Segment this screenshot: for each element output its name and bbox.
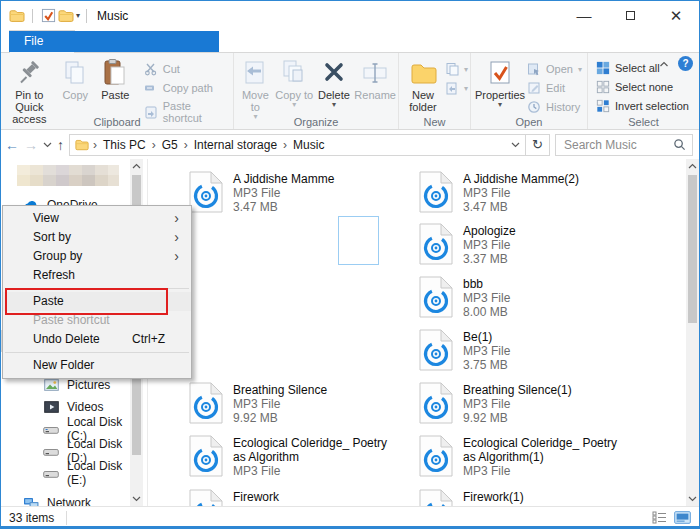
open-small-buttons: Open ▾ Edit bbox=[527, 56, 582, 114]
close-button[interactable]: ✕ bbox=[653, 1, 699, 30]
refresh-button[interactable]: ↻ bbox=[526, 134, 550, 156]
menu-label: View bbox=[33, 209, 59, 228]
maximize-button[interactable] bbox=[607, 1, 653, 30]
qat-customize-chevron-icon[interactable]: ▾ bbox=[76, 11, 80, 20]
menu-item-sort-by[interactable]: Sort by › bbox=[3, 228, 191, 247]
sidebar-item-local-disk-e[interactable]: Local Disk (E:) bbox=[1, 462, 130, 484]
file-size: 9.92 MB bbox=[233, 411, 391, 425]
mp3-file-icon bbox=[189, 382, 223, 424]
paste-button[interactable]: Paste bbox=[95, 56, 136, 101]
file-list-scrollbar[interactable] bbox=[686, 159, 699, 506]
sidebar-item-network[interactable]: Network bbox=[1, 492, 130, 506]
file-item[interactable]: A Jiddishe Mamme(2) MP3 File 3.47 MB bbox=[419, 171, 629, 214]
details-view-icon[interactable] bbox=[652, 511, 667, 524]
breadcrumb-this-pc[interactable]: This PC bbox=[101, 138, 148, 152]
submenu-chevron-icon: › bbox=[174, 229, 179, 246]
search-box[interactable] bbox=[555, 134, 693, 156]
move-to-button[interactable]: Move to ▾ bbox=[236, 56, 275, 120]
invert-selection-label: Invert selection bbox=[615, 100, 689, 112]
title-bar: ▾ Music — ✕ bbox=[1, 1, 699, 30]
menu-item-new-folder[interactable]: New Folder bbox=[3, 356, 191, 375]
menu-item-paste-shortcut[interactable]: Paste shortcut bbox=[3, 311, 191, 330]
up-button[interactable]: ↑ bbox=[57, 138, 64, 152]
search-input[interactable] bbox=[562, 137, 669, 153]
file-item[interactable]: Firework(1) MP3 File bbox=[419, 489, 629, 506]
file-item[interactable]: Ecological Coleridge_ Poetry as Algorith… bbox=[419, 435, 629, 478]
file-item[interactable]: A Jiddishe Mamme MP3 File 3.47 MB bbox=[189, 171, 399, 214]
new-folder-button[interactable]: New folder bbox=[401, 56, 445, 113]
new-item-button[interactable]: ▾ bbox=[445, 62, 468, 76]
pin-to-quick-access-button[interactable]: Pin to Quick access bbox=[3, 56, 56, 125]
breadcrumb-internal-storage[interactable]: Internal storage bbox=[192, 138, 279, 152]
file-item[interactable]: bbb MP3 File 8.00 MB bbox=[419, 276, 629, 319]
scroll-down-icon[interactable] bbox=[686, 492, 699, 506]
file-item[interactable]: Ecological Coleridge_ Poetry as Algorith… bbox=[189, 435, 399, 478]
ribbon-extras: ? bbox=[659, 56, 693, 71]
minimize-button[interactable]: — bbox=[561, 1, 607, 30]
new-small-buttons: ▾ ▾ bbox=[445, 56, 468, 95]
qat-new-folder-icon[interactable] bbox=[57, 7, 75, 25]
search-icon[interactable] bbox=[673, 138, 686, 151]
tab-file[interactable]: File bbox=[9, 31, 219, 52]
help-icon[interactable]: ? bbox=[678, 56, 693, 71]
copy-button[interactable]: Copy bbox=[56, 56, 95, 101]
scrollbar-thumb[interactable] bbox=[688, 175, 697, 323]
file-item[interactable]: Breathing Silence MP3 File 9.92 MB bbox=[189, 382, 399, 425]
qat-properties-icon[interactable] bbox=[39, 7, 57, 25]
file-size: 3.47 MB bbox=[463, 200, 621, 214]
qat-divider bbox=[86, 9, 87, 23]
file-item[interactable]: Breathing Silence(1) MP3 File 9.92 MB bbox=[419, 382, 629, 425]
scroll-down-icon[interactable] bbox=[130, 492, 143, 506]
scroll-up-icon[interactable] bbox=[686, 159, 699, 173]
copy-to-button[interactable]: Copy to ▾ bbox=[275, 56, 314, 108]
file-type: MP3 File bbox=[463, 504, 621, 506]
recent-locations-chevron-icon[interactable] bbox=[43, 142, 52, 148]
menu-item-undo-delete[interactable]: Undo Delete Ctrl+Z bbox=[3, 330, 191, 349]
breadcrumb[interactable]: › This PC › G5 › Internal storage › Musi… bbox=[69, 134, 526, 156]
move-to-icon bbox=[240, 58, 270, 88]
open-button[interactable]: Open ▾ bbox=[527, 62, 582, 76]
breadcrumb-music[interactable]: Music bbox=[291, 138, 326, 152]
large-icons-view-icon[interactable] bbox=[674, 511, 691, 524]
file-name: Firework(1) bbox=[463, 490, 621, 504]
mp3-file-icon bbox=[419, 171, 453, 213]
menu-label: Paste bbox=[33, 292, 64, 311]
properties-button[interactable]: Properties ▾ bbox=[473, 56, 527, 108]
menu-item-refresh[interactable]: Refresh bbox=[3, 266, 191, 285]
file-item[interactable]: Be(1) MP3 File 3.75 MB bbox=[419, 329, 629, 372]
ribbon-group-new: New folder ▾ ▾ bbox=[399, 53, 471, 129]
rename-button[interactable]: Rename bbox=[354, 56, 396, 101]
submenu-chevron-icon: › bbox=[174, 248, 179, 265]
breadcrumb-g5[interactable]: G5 bbox=[160, 138, 180, 152]
file-item[interactable]: Apologize MP3 File 3.37 MB bbox=[419, 223, 629, 266]
address-dropdown-chevron-icon[interactable] bbox=[511, 142, 520, 148]
forward-button[interactable]: → bbox=[24, 138, 38, 152]
menu-item-group-by[interactable]: Group by › bbox=[3, 247, 191, 266]
cut-button[interactable]: Cut bbox=[144, 62, 231, 76]
sidebar-label: Pictures bbox=[67, 378, 110, 392]
collapse-ribbon-chevron-icon[interactable] bbox=[659, 61, 669, 67]
back-button[interactable]: ← bbox=[5, 138, 19, 152]
invert-selection-button[interactable]: Invert selection bbox=[596, 99, 689, 113]
menu-item-view[interactable]: View › bbox=[3, 209, 191, 228]
file-meta: Apologize MP3 File 3.37 MB bbox=[463, 223, 621, 266]
edit-button[interactable]: Edit bbox=[527, 81, 582, 95]
mp3-file-icon bbox=[189, 435, 223, 477]
menu-item-paste[interactable]: Paste bbox=[3, 292, 191, 311]
delete-button[interactable]: Delete ▾ bbox=[314, 56, 355, 108]
file-meta: Ecological Coleridge_ Poetry as Algorith… bbox=[463, 435, 621, 478]
easy-access-button[interactable]: ▾ bbox=[445, 81, 468, 95]
select-none-button[interactable]: Select none bbox=[596, 80, 689, 94]
breadcrumb-separator-icon: › bbox=[92, 138, 98, 152]
file-item[interactable]: Firework MP3 File bbox=[189, 489, 399, 506]
file-size: 3.37 MB bbox=[463, 252, 621, 266]
copy-path-button[interactable]: Copy path bbox=[144, 81, 231, 95]
cut-icon bbox=[144, 62, 158, 76]
edit-icon bbox=[527, 81, 541, 95]
delete-caret-icon: ▾ bbox=[332, 101, 336, 108]
scroll-up-icon[interactable] bbox=[130, 159, 143, 173]
history-button[interactable]: History bbox=[527, 100, 582, 114]
file-type: MP3 File bbox=[463, 186, 621, 200]
ribbon-group-organize: Move to ▾ Copy to ▾ Delete bbox=[234, 53, 399, 129]
file-size: 9.92 MB bbox=[463, 411, 621, 425]
